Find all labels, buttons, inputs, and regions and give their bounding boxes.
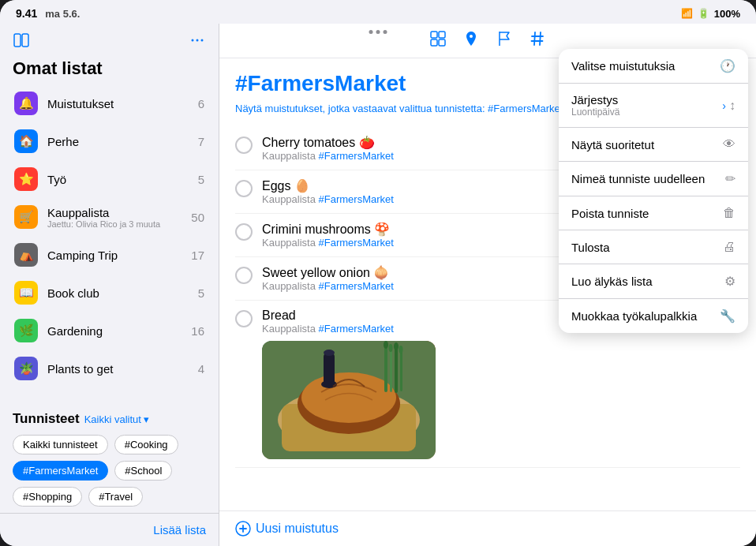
svg-rect-5 xyxy=(431,32,437,38)
list-icon-tyo: ⭐ xyxy=(14,167,38,191)
menu-item-tulosta[interactable]: Tulosta 🖨 xyxy=(559,230,748,264)
sidebar-toggle-button[interactable] xyxy=(13,32,30,49)
menu-item-nimeä[interactable]: Nimeä tunniste uudelleen ✏ xyxy=(559,162,748,196)
reminder-checkbox-eggs[interactable] xyxy=(235,180,253,197)
sidebar-item-gardening[interactable]: 🌿 Gardening 16 xyxy=(6,312,212,349)
menu-item-title-poista: Poista tunniste xyxy=(571,207,649,220)
sidebar-title: Omat listat xyxy=(0,55,219,85)
svg-rect-0 xyxy=(14,34,21,47)
svg-rect-23 xyxy=(395,347,398,393)
menu-item-content-poista: Poista tunniste xyxy=(571,207,649,220)
tag-travel[interactable]: #Travel xyxy=(88,487,143,507)
sidebar-item-muistutukset[interactable]: 🔔 Muistutukset 6 xyxy=(6,85,212,122)
status-time: 9.41 xyxy=(16,7,37,20)
menu-item-poista[interactable]: Poista tunniste 🗑 xyxy=(559,196,748,230)
menu-item-content-nimeä: Nimeä tunniste uudelleen xyxy=(571,172,705,185)
hashtag-icon[interactable] xyxy=(529,30,546,51)
reminder-checkbox-crimini[interactable] xyxy=(235,223,253,241)
menu-item-valitse[interactable]: Valitse muistutuksia 🕐 xyxy=(559,49,748,84)
sidebar-item-plantstoget[interactable]: 🪴 Plants to get 4 xyxy=(6,350,212,387)
tag-farmersmarket[interactable]: #FarmersMarket xyxy=(13,461,108,481)
list-icon-camping: ⛺ xyxy=(14,243,38,267)
tag-cooking[interactable]: #Cooking xyxy=(114,435,178,454)
list-count-gardening: 16 xyxy=(191,324,204,338)
wifi-icon: 📶 xyxy=(681,8,693,19)
list-icon-gardening: 🌿 xyxy=(14,319,38,342)
reminder-checkbox-sweetonion[interactable] xyxy=(235,267,253,284)
tag-school[interactable]: #School xyxy=(114,461,172,481)
chevron-right-icon: › xyxy=(722,99,726,112)
list-count-bookclub: 5 xyxy=(198,286,204,300)
status-right: 📶 🔋 100% xyxy=(681,8,740,20)
tag-shopping[interactable]: #Shopping xyxy=(13,487,82,507)
svg-point-27 xyxy=(394,342,399,350)
location-icon[interactable] xyxy=(462,30,480,51)
svg-rect-8 xyxy=(439,39,445,46)
svg-point-20 xyxy=(324,350,335,356)
reminder-tag-bread[interactable]: #FarmersMarket xyxy=(319,323,394,335)
list-icon-perhe: 🏠 xyxy=(14,129,38,153)
menu-item-content-jarjestys: Järjestys Luontipäivä xyxy=(571,93,619,118)
new-reminder-button[interactable]: Uusi muistutus xyxy=(235,521,339,537)
reminder-tag-cherry[interactable]: #FarmersMarket xyxy=(319,150,394,162)
tags-header: Tunnisteet Kaikki valitut ▾ xyxy=(13,411,206,427)
menu-item-nayta[interactable]: Näytä suoritetut 👁 xyxy=(559,128,748,162)
sidebar-item-tyo[interactable]: ⭐ Työ 5 xyxy=(6,161,212,197)
menu-item-subtitle-jarjestys: Luontipäivä xyxy=(571,107,619,118)
reminder-tag-sweetonion[interactable]: #FarmersMarket xyxy=(319,280,394,292)
svg-line-10 xyxy=(540,32,541,45)
menu-item-icon-poista: 🗑 xyxy=(723,206,735,220)
sidebar-item-perhe[interactable]: 🏠 Perhe 7 xyxy=(6,123,212,159)
sidebar: Omat listat 🔔 Muistutukset 6 🏠 Perhe 7 ⭐… xyxy=(0,24,219,546)
sidebar-more-button[interactable] xyxy=(189,32,206,49)
status-left: 9.41 ma 5.6. xyxy=(16,7,80,20)
svg-point-2 xyxy=(192,39,194,42)
menu-item-title-luo: Luo älykäs lista xyxy=(571,275,653,288)
list-name-plantstoget: Plants to get xyxy=(47,362,198,376)
tags-filter-label: Kaikki valitut xyxy=(84,413,141,425)
list-icon-kauppalista: 🛒 xyxy=(14,205,38,229)
sidebar-header xyxy=(0,24,219,55)
svg-point-4 xyxy=(201,39,204,42)
list-count-tyo: 5 xyxy=(198,173,204,186)
status-bar: 9.41 ma 5.6. 📶 🔋 100% xyxy=(0,0,756,24)
reminder-checkbox-bread[interactable] xyxy=(235,310,253,327)
menu-item-title-muokkaa: Muokkaa työkalupalkkia xyxy=(571,309,697,323)
sidebar-list: 🔔 Muistutukset 6 🏠 Perhe 7 ⭐ Työ 5 🛒 Kau… xyxy=(0,85,219,405)
svg-line-9 xyxy=(534,32,535,45)
flag-icon[interactable] xyxy=(496,30,513,51)
menu-item-content-luo: Luo älykäs lista xyxy=(571,275,653,288)
list-name-camping: Camping Trip xyxy=(47,249,191,262)
svg-point-26 xyxy=(389,344,393,352)
menu-item-content-valitse: Valitse muistutuksia xyxy=(571,59,675,73)
menu-item-luo[interactable]: Luo älykäs lista ⚙ xyxy=(559,264,748,299)
sidebar-item-kauppalista[interactable]: 🛒 Kauppalista Jaettu: Olivia Rico ja 3 m… xyxy=(6,199,212,235)
tags-section: Tunnisteet Kaikki valitut ▾ Kaikki tunni… xyxy=(0,405,219,513)
list-icon-muistutukset: 🔔 xyxy=(14,92,38,115)
grid-icon[interactable] xyxy=(429,30,447,51)
svg-rect-24 xyxy=(400,350,402,391)
list-icon-plantstoget: 🪴 xyxy=(14,357,38,380)
ellipsis-icon xyxy=(189,32,206,49)
list-name-perhe: Perhe xyxy=(47,135,198,148)
menu-item-content-tulosta: Tulosta xyxy=(571,241,610,254)
reminder-tag-eggs[interactable]: #FarmersMarket xyxy=(319,193,394,205)
menu-item-muokkaa[interactable]: Muokkaa työkalupalkkia 🔧 xyxy=(559,299,748,333)
chevron-down-icon: ▾ xyxy=(144,413,149,425)
reminder-checkbox-cherry[interactable] xyxy=(235,136,253,154)
sidebar-item-bookclub[interactable]: 📖 Book club 5 xyxy=(6,275,212,311)
list-count-camping: 17 xyxy=(191,249,204,262)
battery-percent: 100% xyxy=(714,8,740,20)
reminder-tag-crimini[interactable]: #FarmersMarket xyxy=(319,237,394,249)
tags-filter-button[interactable]: Kaikki valitut ▾ xyxy=(84,413,149,425)
menu-item-icon-nimeä: ✏ xyxy=(725,171,735,186)
menu-item-content-muokkaa: Muokkaa työkalupalkkia xyxy=(571,309,697,323)
add-list-button[interactable]: Lisää lista xyxy=(0,513,219,546)
svg-point-3 xyxy=(196,39,199,42)
svg-rect-19 xyxy=(324,353,335,386)
sidebar-item-camping[interactable]: ⛺ Camping Trip 17 xyxy=(6,237,212,273)
menu-item-jarjestys[interactable]: Järjestys Luontipäivä › ↕ xyxy=(559,84,748,128)
context-menu: Valitse muistutuksia 🕐 Järjestys Luontip… xyxy=(559,49,748,333)
plus-icon xyxy=(235,521,251,537)
tag-kaikki[interactable]: Kaikki tunnisteet xyxy=(13,435,108,454)
